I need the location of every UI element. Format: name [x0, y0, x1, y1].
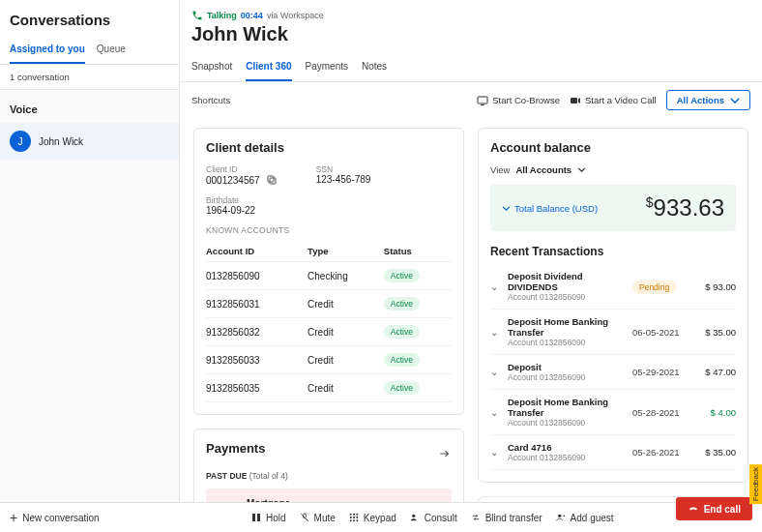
svg-point-17 — [356, 514, 358, 516]
total-balance-amount: $933.63 — [646, 194, 724, 222]
main-tabs: Snapshot Client 360 Payments Notes — [180, 55, 762, 82]
recent-tx-label: Recent Transactions — [490, 245, 736, 258]
mic-off-icon — [300, 513, 309, 522]
chevron-down-icon — [730, 98, 740, 103]
mute-button[interactable]: Mute — [300, 513, 336, 523]
conversation-item[interactable]: J John Wick — [0, 123, 179, 160]
arrow-right-icon[interactable] — [438, 448, 452, 459]
svg-rect-13 — [252, 514, 255, 521]
balance-card: Account balance View All Accounts Total … — [478, 128, 748, 483]
video-button[interactable]: Start a Video Call — [570, 95, 657, 105]
svg-rect-2 — [571, 98, 577, 103]
chevron-down-icon[interactable]: ⌄ — [490, 281, 502, 292]
client-id-value: 0001234567 — [206, 175, 260, 186]
table-row[interactable]: 9132856032CreditActive — [206, 318, 452, 346]
svg-point-24 — [412, 515, 415, 517]
table-row[interactable]: 9132856033CreditActive — [206, 346, 452, 374]
col-account-status: Status — [384, 241, 452, 262]
conversation-name: John Wick — [39, 136, 83, 147]
birthdate-value: 1964-09-22 — [206, 205, 255, 216]
ssn-label: SSN — [316, 164, 371, 174]
transaction-row[interactable]: ⌄ Deposit Home Banking TransferAccount 0… — [490, 390, 736, 435]
balance-title: Account balance — [490, 140, 736, 155]
cobrowse-button[interactable]: Start Co-Browse — [477, 95, 560, 105]
sidebar-tabs: Assigned to you Queue — [0, 38, 179, 65]
col-account-type: Type — [308, 241, 384, 262]
payment-item[interactable]: Mortgage Loan#1 69 days $3,563.30 — [206, 488, 452, 502]
add-person-icon — [556, 513, 566, 522]
svg-point-19 — [353, 517, 355, 518]
call-status: Talking 00:44 via Workspace — [180, 0, 762, 21]
transaction-row[interactable]: ⌄ DepositAccount 0132856090 05-29-2021 $… — [490, 355, 736, 390]
voice-section-label: Voice — [0, 90, 179, 123]
payments-card: Payments PAST DUE (Total of 4) Mortgage … — [193, 429, 464, 502]
ssn-value: 123-456-789 — [316, 174, 371, 185]
chevron-down-icon — [577, 167, 586, 172]
tab-queue[interactable]: Queue — [97, 38, 126, 64]
call-via: via Workspace — [267, 11, 324, 20]
toolbar: Shortcuts Start Co-Browse Start a Video … — [180, 82, 762, 118]
contact-name: John Wick — [180, 21, 762, 55]
tab-assigned[interactable]: Assigned to you — [10, 38, 85, 64]
blind-transfer-button[interactable]: Blind transfer — [471, 513, 542, 523]
svg-rect-1 — [481, 104, 484, 105]
svg-point-21 — [350, 519, 352, 521]
chevron-down-icon — [502, 206, 511, 211]
avatar: J — [10, 131, 31, 152]
feedback-tab[interactable]: Feedback — [749, 464, 762, 504]
all-actions-button[interactable]: All Actions — [666, 90, 750, 110]
svg-rect-14 — [257, 514, 260, 521]
table-row[interactable]: 9132856035CreditActive — [206, 374, 452, 402]
end-call-button[interactable]: End call — [676, 497, 752, 520]
phone-icon — [191, 10, 203, 21]
chevron-down-icon[interactable]: ⌄ — [490, 327, 502, 338]
new-conversation-button[interactable]: + New conversation — [10, 510, 100, 525]
tab-client360[interactable]: Client 360 — [246, 55, 291, 81]
client-details-title: Client details — [206, 140, 452, 155]
transaction-row[interactable]: ⌄ Deposit Home Banking TransferAccount 0… — [490, 310, 736, 355]
accounts-table: Account ID Type Status 0132856090Checkin… — [206, 241, 452, 402]
tab-snapshot[interactable]: Snapshot — [191, 55, 232, 81]
transaction-row[interactable]: ⌄ Card 4716Account 0132856090 05-26-2021… — [490, 435, 736, 470]
svg-point-22 — [353, 519, 355, 521]
svg-point-20 — [356, 517, 358, 518]
conversation-count: 1 conversation — [0, 65, 179, 90]
call-state: Talking — [207, 11, 237, 20]
known-accounts-label: KNOWN ACCOUNTS — [206, 225, 452, 235]
transaction-row[interactable]: ⌄ Deposit Dividend DIVIDENDSAccount 0132… — [490, 264, 736, 310]
col-account-id: Account ID — [206, 241, 308, 262]
total-balance-label[interactable]: Total Balance (USD) — [502, 203, 598, 214]
add-guest-button[interactable]: Add guest — [556, 513, 614, 523]
table-row[interactable]: 9132856031CreditActive — [206, 290, 452, 318]
screen-icon — [477, 96, 488, 105]
svg-point-16 — [353, 514, 355, 516]
payments-title: Payments — [206, 441, 265, 456]
svg-rect-0 — [478, 97, 487, 103]
pause-icon — [251, 513, 261, 522]
video-icon — [570, 96, 581, 105]
chevron-down-icon[interactable]: ⌄ — [490, 447, 502, 458]
svg-point-15 — [350, 514, 352, 516]
call-duration: 00:44 — [241, 11, 263, 20]
keypad-button[interactable]: Keypad — [349, 513, 396, 523]
total-balance-box: Total Balance (USD) $933.63 — [490, 185, 736, 231]
transfer-icon — [471, 513, 481, 522]
copy-icon[interactable] — [266, 174, 278, 186]
tab-notes[interactable]: Notes — [362, 55, 387, 81]
chevron-down-icon[interactable]: ⌄ — [490, 367, 502, 377]
svg-point-23 — [356, 519, 358, 521]
shortcuts-label[interactable]: Shortcuts — [191, 95, 467, 105]
main-panel: Talking 00:44 via Workspace John Wick Sn… — [180, 0, 762, 502]
hold-button[interactable]: Hold — [251, 513, 286, 523]
svg-point-18 — [350, 517, 352, 518]
table-row[interactable]: 0132856090CheckingActive — [206, 262, 452, 290]
consult-button[interactable]: Consult — [410, 513, 457, 523]
client-details-card: Client details Client ID 0001234567 SSN … — [193, 128, 464, 415]
balance-view-selector[interactable]: View All Accounts — [490, 164, 736, 175]
client-id-label: Client ID — [206, 164, 278, 174]
phone-hangup-icon — [688, 503, 699, 515]
birthdate-label: Birthdate — [206, 195, 255, 205]
chevron-down-icon[interactable]: ⌄ — [490, 407, 502, 418]
tab-payments[interactable]: Payments — [306, 55, 348, 81]
pastdue-label: PAST DUE (Total of 4) — [206, 471, 452, 481]
